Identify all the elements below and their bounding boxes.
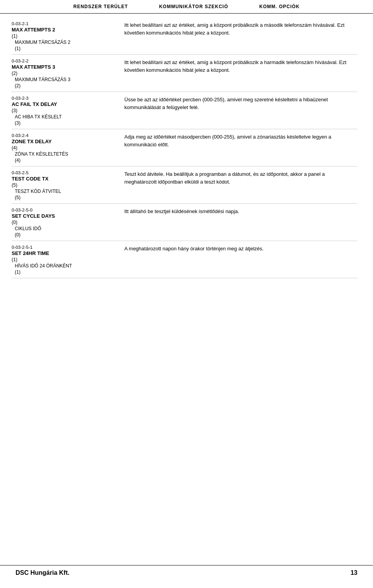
section-left-2: 0-03-2-2 MAX ATTEMPTS 3 (2) MAXIMUM TÁRC…: [12, 58, 120, 88]
desc-5: Teszt kód átvitele. Ha beállítjuk a prog…: [120, 170, 357, 200]
section-0-03-2-2: 0-03-2-2 MAX ATTEMPTS 3 (2) MAXIMUM TÁRC…: [12, 55, 357, 92]
sub-number-2: (2): [12, 83, 117, 88]
sub-number-4: (4): [12, 158, 117, 163]
name-1: MAX ATTEMPTS 2: [12, 27, 117, 33]
main-content: 0-03-2-1 MAX ATTEMPTS 2 (1) MAXIMUM TÁRC…: [0, 14, 373, 302]
sub-number-7: (1): [12, 269, 117, 275]
section-left-3: 0-03-2-3 AC FAIL TX DELAY (3) AC HIBA TX…: [12, 95, 120, 126]
desc-3: Üsse be azt az időértéket percben (000-2…: [120, 95, 357, 126]
number-3: (3): [12, 108, 117, 113]
number-7: (1): [12, 257, 117, 262]
number-1: (1): [12, 33, 117, 39]
section-0-03-2-3: 0-03-2-3 AC FAIL TX DELAY (3) AC HIBA TX…: [12, 92, 357, 129]
sub-number-3: (3): [12, 120, 117, 126]
section-left-7: 0-03-2-5-1 SET 24HR TIME (1) HÍVÁS IDŐ 2…: [12, 244, 120, 275]
sub-name-1: MAXIMUM TÁRCSÁZÁS 2: [12, 40, 117, 45]
section-left-1: 0-03-2-1 MAX ATTEMPTS 2 (1) MAXIMUM TÁRC…: [12, 21, 120, 51]
section-0-03-2-5-1: 0-03-2-5-1 SET 24HR TIME (1) HÍVÁS IDŐ 2…: [12, 241, 357, 278]
code-4: 0-03-2-4: [12, 133, 117, 138]
section-left-5: 0-03-2-5 TEST CODE TX (5) TESZT KÓD ÁTVI…: [12, 170, 120, 200]
code-5: 0-03-2-5: [12, 170, 117, 175]
number-6: (0): [12, 220, 117, 225]
section-left-6: 0-03-2-5-0 SET CYCLE DAYS (0) CIKLUS IDŐ…: [12, 207, 120, 238]
page-header: RENDSZER TERÜLET KOMMUNIKÁTOR SZEKCIÓ KO…: [0, 0, 373, 14]
name-2: MAX ATTEMPTS 3: [12, 64, 117, 70]
sub-name-5: TESZT KÓD ÁTVITEL: [12, 189, 117, 194]
sub-name-3: AC HIBA TX KÉSLELT: [12, 114, 117, 120]
sub-number-6: (0): [12, 232, 117, 238]
header-col3: KOMM. OPCIÓK: [259, 4, 300, 9]
sub-name-2: MAXIMUM TÁRCSÁZÁS 3: [12, 77, 117, 82]
desc-1: Itt lehet beállítani azt az értéket, amí…: [120, 21, 357, 51]
desc-7: A meghatározott napon hány órakor történ…: [120, 244, 357, 275]
section-0-03-2-5: 0-03-2-5 TEST CODE TX (5) TESZT KÓD ÁTVI…: [12, 167, 357, 204]
sub-name-4: ZÓNA TX KÉSLELTETÉS: [12, 151, 117, 157]
code-7: 0-03-2-5-1: [12, 245, 117, 250]
footer-page: 13: [350, 569, 357, 576]
sub-name-6: CIKLUS IDŐ: [12, 226, 117, 231]
page-footer: DSC Hungária Kft. 13: [0, 565, 373, 580]
code-6: 0-03-2-5-0: [12, 208, 117, 212]
header-col2: KOMMUNIKÁTOR SZEKCIÓ: [159, 4, 228, 9]
desc-2: Itt lehet beállítani azt az értéket, amí…: [120, 58, 357, 88]
desc-4: Adja meg az időértéket másodpercben (000…: [120, 132, 357, 163]
number-4: (4): [12, 145, 117, 151]
sub-number-5: (5): [12, 195, 117, 200]
code-2: 0-03-2-2: [12, 59, 117, 63]
desc-6: Itt állítahó be tesztjel küldésének ismé…: [120, 207, 357, 238]
code-3: 0-03-2-3: [12, 96, 117, 101]
code-1: 0-03-2-1: [12, 21, 117, 26]
name-3: AC FAIL TX DELAY: [12, 101, 117, 107]
sub-name-7: HÍVÁS IDŐ 24 ÓRÁNKÉNT: [12, 263, 117, 269]
footer-company: DSC Hungária Kft.: [16, 569, 70, 576]
number-5: (5): [12, 182, 117, 188]
section-0-03-2-5-0: 0-03-2-5-0 SET CYCLE DAYS (0) CIKLUS IDŐ…: [12, 204, 357, 241]
name-4: ZONE TX DELAY: [12, 139, 117, 144]
name-6: SET CYCLE DAYS: [12, 213, 117, 219]
section-0-03-2-1: 0-03-2-1 MAX ATTEMPTS 2 (1) MAXIMUM TÁRC…: [12, 17, 357, 55]
sub-number-1: (1): [12, 46, 117, 51]
section-left-4: 0-03-2-4 ZONE TX DELAY (4) ZÓNA TX KÉSLE…: [12, 132, 120, 163]
section-0-03-2-4: 0-03-2-4 ZONE TX DELAY (4) ZÓNA TX KÉSLE…: [12, 129, 357, 167]
name-7: SET 24HR TIME: [12, 250, 117, 256]
header-col1: RENDSZER TERÜLET: [73, 4, 128, 9]
number-2: (2): [12, 71, 117, 76]
name-5: TEST CODE TX: [12, 176, 117, 182]
